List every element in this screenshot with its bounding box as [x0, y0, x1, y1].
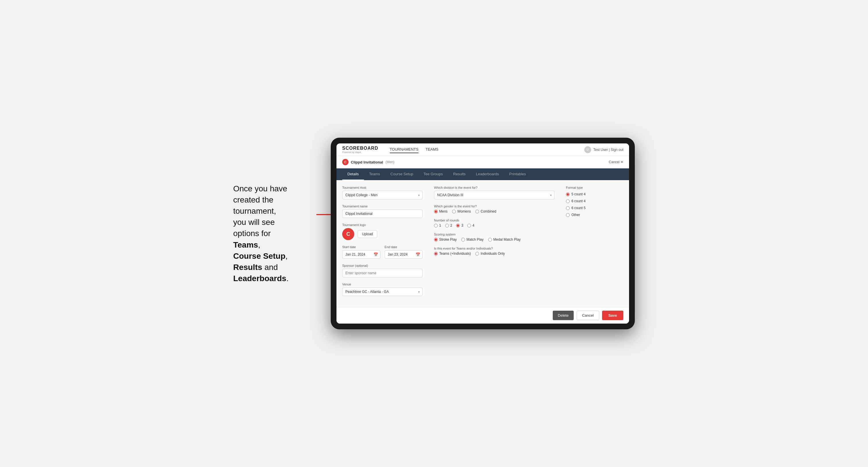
- breadcrumb: C Clippd Invitational (Men): [342, 159, 395, 165]
- gender-combined-radio[interactable]: [475, 210, 479, 213]
- gender-womens[interactable]: Womens: [452, 209, 471, 213]
- upload-button[interactable]: Upload: [358, 230, 377, 238]
- sponsor-input[interactable]: [342, 269, 423, 277]
- gender-combined-label: Combined: [480, 209, 496, 213]
- rounds-2[interactable]: 2: [445, 223, 452, 227]
- rounds-3[interactable]: 3: [456, 223, 463, 227]
- user-avatar: U: [584, 146, 591, 153]
- gender-womens-label: Womens: [457, 209, 471, 213]
- end-date-label: End date: [385, 245, 423, 249]
- individuals-only[interactable]: Individuals Only: [475, 252, 505, 256]
- format-6count4-radio[interactable]: [566, 199, 570, 203]
- nav-tournaments[interactable]: TOURNAMENTS: [390, 146, 418, 153]
- save-button[interactable]: Save: [602, 311, 623, 320]
- tournament-name-group: Tournament name: [342, 205, 423, 218]
- end-date-group: End date 📅: [385, 245, 423, 259]
- user-text[interactable]: Test User | Sign out: [593, 148, 624, 152]
- teams-radio[interactable]: [434, 252, 438, 256]
- tablet-frame: SCOREBOARD Powered by clippd TOURNAMENTS…: [331, 138, 635, 329]
- tournament-host-select[interactable]: Clippd College - Men: [342, 191, 423, 199]
- logo-sub: Powered by clippd: [342, 151, 378, 153]
- format-5count4-label: 5 count 4: [571, 192, 585, 196]
- tab-teams[interactable]: Teams: [364, 168, 385, 180]
- tournament-name-input[interactable]: [342, 209, 423, 218]
- start-date-label: Start date: [342, 245, 380, 249]
- tab-course-setup[interactable]: Course Setup: [385, 168, 418, 180]
- rounds-2-radio[interactable]: [445, 224, 449, 227]
- tabs-bar: Details Teams Course Setup Tee Groups Re…: [337, 168, 629, 180]
- format-other-radio[interactable]: [566, 213, 570, 217]
- rounds-4-radio[interactable]: [467, 224, 471, 227]
- start-date-wrap: 📅: [342, 250, 380, 259]
- tab-details[interactable]: Details: [342, 168, 364, 180]
- tab-leaderboards[interactable]: Leaderboards: [471, 168, 504, 180]
- cancel-top-button[interactable]: Cancel ✕: [609, 160, 623, 164]
- format-5count4-radio[interactable]: [566, 192, 570, 196]
- tab-printables[interactable]: Printables: [504, 168, 531, 180]
- gender-mens-radio[interactable]: [434, 210, 438, 213]
- scoring-match[interactable]: Match Play: [461, 238, 483, 242]
- scoring-group: Scoring system Stroke Play Match Play: [434, 232, 555, 242]
- end-date-wrap: 📅: [385, 250, 423, 259]
- venue-label: Venue: [342, 283, 423, 286]
- rounds-1-radio[interactable]: [434, 224, 438, 227]
- scoring-label: Scoring system: [434, 232, 555, 236]
- tab-results[interactable]: Results: [448, 168, 471, 180]
- tournament-host-select-wrapper: Clippd College - Men: [342, 191, 423, 199]
- and-text: and: [262, 263, 278, 272]
- scoring-medal-match-radio[interactable]: [488, 238, 492, 242]
- intro-text: Once you havecreated thetournament,you w…: [233, 183, 319, 284]
- division-select[interactable]: NCAA Division III: [434, 191, 555, 199]
- rounds-radio-group: 1 2 3 4: [434, 223, 555, 227]
- bold-results: Results: [233, 263, 262, 272]
- tournament-host-label: Tournament Host: [342, 186, 423, 189]
- breadcrumb-bar: C Clippd Invitational (Men) Cancel ✕: [337, 156, 629, 168]
- format-6count4-label: 6 count 4: [571, 199, 585, 203]
- tab-tee-groups[interactable]: Tee Groups: [418, 168, 448, 180]
- format-other[interactable]: Other: [566, 213, 580, 217]
- scoring-medal-match[interactable]: Medal Match Play: [488, 238, 521, 242]
- rounds-3-radio[interactable]: [456, 224, 460, 227]
- rounds-1-label: 1: [439, 223, 441, 227]
- teams-plus-individuals[interactable]: Teams (+Individuals): [434, 252, 471, 256]
- rounds-1[interactable]: 1: [434, 223, 441, 227]
- start-date-group: Start date 📅: [342, 245, 380, 259]
- calendar-icon-end: 📅: [416, 252, 420, 257]
- gender-womens-radio[interactable]: [452, 210, 456, 213]
- form-col-right: Format type 5 count 4 6 count 4 6 count …: [566, 186, 623, 301]
- breadcrumb-name[interactable]: Clippd Invitational: [351, 160, 383, 164]
- bold-course: Course Setup: [233, 252, 285, 260]
- format-6count5-label: 6 count 5: [571, 206, 585, 210]
- gender-group: Which gender is the event for? Mens Wome…: [434, 205, 555, 213]
- division-group: Which division is the event for? NCAA Di…: [434, 186, 555, 199]
- nav-links: TOURNAMENTS TEAMS: [390, 146, 576, 153]
- logo-upload-area: C Upload: [342, 228, 423, 240]
- scoring-stroke[interactable]: Stroke Play: [434, 238, 457, 242]
- nav-teams[interactable]: TEAMS: [426, 146, 439, 153]
- date-group: Start date 📅 End date 📅: [342, 245, 423, 259]
- breadcrumb-sub: (Men): [385, 160, 395, 164]
- format-6count5[interactable]: 6 count 5: [566, 206, 623, 210]
- individuals-group: Is this event for Teams and/or Individua…: [434, 247, 555, 256]
- gender-label: Which gender is the event for?: [434, 205, 555, 208]
- format-title: Format type: [566, 186, 623, 189]
- format-6count5-radio[interactable]: [566, 206, 570, 210]
- gender-mens[interactable]: Mens: [434, 209, 447, 213]
- venue-select[interactable]: Peachtree GC - Atlanta - GA: [342, 287, 423, 296]
- delete-button[interactable]: Delete: [553, 311, 574, 320]
- individuals-only-radio[interactable]: [475, 252, 479, 256]
- rounds-4[interactable]: 4: [467, 223, 474, 227]
- scoring-stroke-radio[interactable]: [434, 238, 438, 242]
- format-5count4[interactable]: 5 count 4: [566, 192, 623, 196]
- cancel-button[interactable]: Cancel: [577, 311, 599, 320]
- rounds-3-label: 3: [461, 223, 463, 227]
- sponsor-group: Sponsor (optional): [342, 264, 423, 277]
- format-other-label: Other: [571, 213, 580, 217]
- scoring-match-label: Match Play: [466, 238, 483, 242]
- tournament-host-group: Tournament Host Clippd College - Men: [342, 186, 423, 199]
- form-col-left: Tournament Host Clippd College - Men Tou…: [342, 186, 423, 301]
- gender-combined[interactable]: Combined: [475, 209, 496, 213]
- scoring-match-radio[interactable]: [461, 238, 465, 242]
- format-6count4[interactable]: 6 count 4: [566, 199, 623, 203]
- logo-circle: C: [342, 228, 354, 240]
